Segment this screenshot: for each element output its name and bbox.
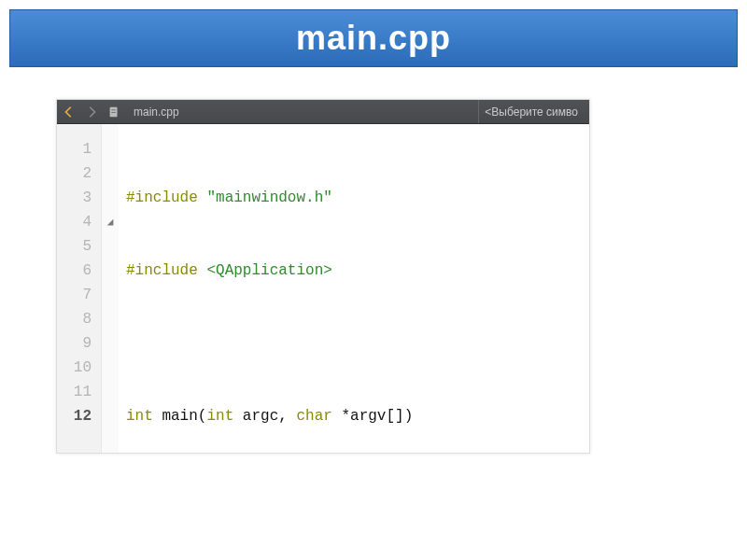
code-area[interactable]: 1 2 3 4 5 6 7 8 9 10 11 12 ◢ (57, 124, 589, 454)
line-number: 5 (57, 234, 97, 259)
file-tab-label[interactable]: main.cpp (130, 105, 183, 119)
editor-toolbar: main.cpp <Выберите симво (57, 100, 589, 124)
file-icon[interactable] (107, 105, 120, 119)
line-number: 7 (57, 283, 97, 307)
line-number: 10 (57, 356, 97, 380)
line-number: 2 (57, 161, 97, 186)
back-arrow-icon[interactable] (63, 105, 76, 119)
code-line[interactable]: #include <QApplication> (126, 259, 413, 283)
slide-title: main.cpp (296, 19, 451, 58)
code-line[interactable]: int main(int argc, char *argv[]) (126, 404, 413, 428)
svg-rect-2 (111, 112, 115, 113)
slide-title-bar: main.cpp (9, 9, 738, 67)
code-content[interactable]: #include "mainwindow.h" #include <QAppli… (119, 124, 413, 454)
line-number: 12 (57, 404, 97, 428)
svg-rect-1 (111, 109, 115, 110)
code-editor: main.cpp <Выберите симво 1 2 3 4 5 6 7 8… (56, 99, 590, 454)
line-number: 1 (57, 137, 97, 161)
forward-arrow-icon[interactable] (85, 105, 98, 119)
line-number: 6 (57, 259, 97, 283)
code-line[interactable] (126, 331, 413, 356)
symbol-selector[interactable]: <Выберите симво (478, 100, 584, 123)
line-number: 3 (57, 186, 97, 210)
line-number: 8 (57, 307, 97, 331)
line-number: 9 (57, 331, 97, 356)
fold-marker-column: ◢ (102, 124, 119, 454)
fold-marker-icon[interactable]: ◢ (102, 210, 119, 234)
line-number: 11 (57, 380, 97, 404)
code-line[interactable]: #include "mainwindow.h" (126, 186, 413, 210)
line-number: 4 (57, 210, 97, 234)
line-number-gutter: 1 2 3 4 5 6 7 8 9 10 11 12 (57, 124, 102, 454)
